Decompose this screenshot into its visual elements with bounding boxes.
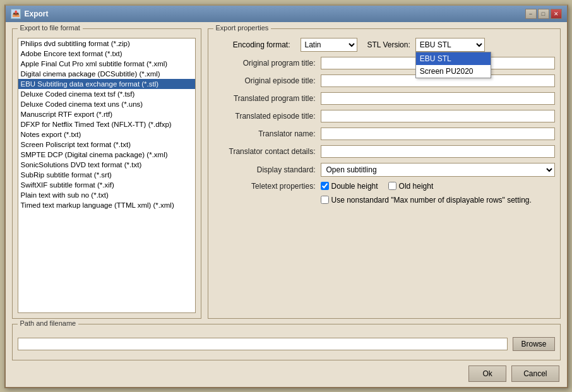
translator-contact-label: Translator contact details: <box>213 147 321 156</box>
translator-contact-row: Translator contact details: <box>213 145 555 158</box>
translator-name-input[interactable] <box>321 128 555 140</box>
format-item[interactable]: Apple Final Cut Pro xml subtitle format … <box>18 59 195 69</box>
original-episode-label: Original episode title: <box>213 76 321 85</box>
ok-button[interactable]: Ok <box>468 365 506 382</box>
nonstandard-row: Use nonstandard "Max number of displayab… <box>213 196 555 205</box>
format-item[interactable]: Manuscript RTF export (*.rtf) <box>18 109 195 119</box>
translator-name-label: Translator name: <box>213 129 321 138</box>
footer-row: Ok Cancel <box>6 360 567 387</box>
original-episode-row: Original episode title: <box>213 74 555 87</box>
format-item[interactable]: SMPTE DCP (Digital cinema package) (*.xm… <box>18 150 195 160</box>
translated-episode-label: Translated episode title: <box>213 112 321 121</box>
cancel-button[interactable]: Cancel <box>511 365 559 382</box>
panels-row: Export to file format Philips dvd subtit… <box>6 22 567 319</box>
minimize-button[interactable]: − <box>525 9 537 19</box>
format-item[interactable]: Notes export (*.txt) <box>18 129 195 140</box>
right-panel-title: Export properties <box>213 24 271 32</box>
format-item[interactable]: Philips dvd subtitling format (*.zip) <box>18 39 195 49</box>
translated-program-input[interactable] <box>321 92 555 105</box>
format-item[interactable]: SwiftXIF subtitle format (*.xif) <box>18 180 195 190</box>
path-row: Path and filename Browse <box>6 324 567 360</box>
old-height-checkbox[interactable] <box>388 182 396 190</box>
format-item[interactable]: Timed text markup language (TTML xml) (*… <box>18 200 195 210</box>
nonstandard-checkbox[interactable] <box>321 196 329 204</box>
teletext-row: Teletext properties: Double height Old h… <box>213 182 555 191</box>
path-input[interactable] <box>18 338 508 350</box>
display-standard-label: Display standard: <box>213 165 321 174</box>
old-height-label[interactable]: Old height <box>388 182 434 191</box>
format-item[interactable]: SonicSolutions DVD text format (*.txt) <box>18 160 195 170</box>
format-item[interactable]: Screen Poliscript text format (*.txt) <box>18 140 195 150</box>
title-buttons: − □ ✕ <box>525 9 562 19</box>
left-panel: Export to file format Philips dvd subtit… <box>12 28 201 319</box>
double-height-label[interactable]: Double height <box>321 182 378 191</box>
translated-episode-input[interactable] <box>321 110 555 122</box>
nonstandard-label[interactable]: Use nonstandard "Max number of displayab… <box>321 196 532 205</box>
path-panel-title: Path and filename <box>18 319 79 327</box>
format-list[interactable]: Philips dvd subtitling format (*.zip)Ado… <box>18 38 196 313</box>
format-item[interactable]: EBU Subtitling data exchange format (*.s… <box>18 79 195 89</box>
close-button[interactable]: ✕ <box>551 9 562 19</box>
original-program-label: Original program title: <box>213 59 321 68</box>
maximize-button[interactable]: □ <box>538 9 549 19</box>
format-item[interactable]: DFXP for Netflix Timed Text (NFLX-TT) (*… <box>18 119 195 129</box>
left-panel-title: Export to file format <box>18 24 83 32</box>
window-icon: 📤 <box>11 9 21 19</box>
format-item[interactable]: SubRip subtitle format (*.srt) <box>18 170 195 180</box>
format-item[interactable]: Deluxe Coded cinema text tsf (*.tsf) <box>18 89 195 99</box>
export-dialog: 📤 Export − □ ✕ Export to file format Phi… <box>4 4 568 388</box>
translated-program-row: Translated program title: <box>213 92 555 105</box>
translated-program-label: Translated program title: <box>213 94 321 103</box>
title-bar: 📤 Export − □ ✕ <box>6 6 567 22</box>
right-panel: Export properties Encoding format: Latin… <box>208 28 561 319</box>
encoding-select[interactable]: Latin <box>301 38 357 52</box>
title-bar-left: 📤 Export <box>11 9 49 19</box>
display-standard-select[interactable]: Open subtitling <box>321 163 555 177</box>
translator-contact-input[interactable] <box>321 145 555 158</box>
format-item[interactable]: Plain text with sub no (*.txt) <box>18 190 195 200</box>
display-standard-row: Display standard: Open subtitling <box>213 163 555 177</box>
main-layout: Export to file format Philips dvd subtit… <box>6 22 567 387</box>
old-height-text: Old height <box>399 182 434 191</box>
format-item[interactable]: Adobe Encore text format (*.txt) <box>18 49 195 59</box>
encoding-label: Encoding format: <box>213 40 295 49</box>
encoding-row: Encoding format: Latin STL Version: EBU … <box>213 38 555 52</box>
stl-option-screen[interactable]: Screen PU2020 <box>416 65 491 78</box>
teletext-label: Teletext properties: <box>213 182 321 191</box>
translator-name-row: Translator name: <box>213 128 555 140</box>
stl-version-container: EBU STL Screen PU2020 EBU STL Screen PU2… <box>415 38 485 52</box>
format-item[interactable]: Deluxe Coded cinema text uns (*.uns) <box>18 99 195 109</box>
double-height-checkbox[interactable] <box>321 182 329 190</box>
browse-button[interactable]: Browse <box>513 337 554 351</box>
path-panel: Path and filename Browse <box>12 324 561 360</box>
nonstandard-text: Use nonstandard "Max number of displayab… <box>331 196 532 205</box>
stl-option-ebu[interactable]: EBU STL <box>416 52 491 65</box>
format-item[interactable]: Digital cinema package (DCSubtitle) (*.x… <box>18 69 195 79</box>
stl-version-select[interactable]: EBU STL Screen PU2020 <box>415 38 485 52</box>
double-height-text: Double height <box>331 182 378 191</box>
translated-episode-row: Translated episode title: <box>213 110 555 122</box>
original-program-row: Original program title: <box>213 57 555 69</box>
window-title: Export <box>25 9 49 18</box>
stl-dropdown-popup: EBU STL Screen PU2020 <box>415 52 491 78</box>
stl-version-label: STL Version: <box>367 40 410 49</box>
